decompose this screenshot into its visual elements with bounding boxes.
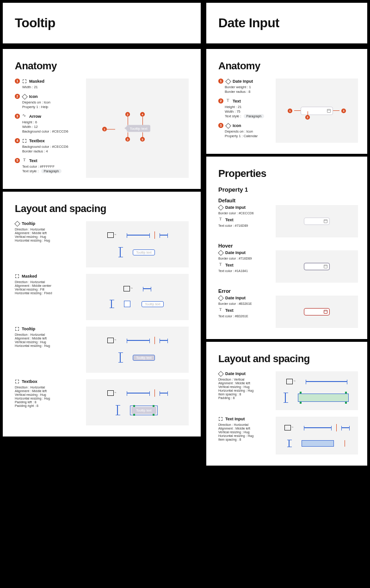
diamond-icon — [226, 123, 230, 128]
anatomy-number-badge: 2 — [15, 94, 20, 99]
diamond-icon — [218, 205, 223, 210]
anatomy-prop: Width : 75 — [225, 109, 269, 114]
textbox-ghost: Tooltip text — [131, 407, 156, 414]
diamond-icon — [218, 296, 223, 300]
pad-tick — [300, 392, 302, 394]
layout-prop: Vertical resizing : Hug — [15, 340, 80, 344]
state-spec: Date Input Border color : #716D89 Text T… — [218, 250, 269, 283]
anatomy-prop: Text color : #FFFFFF — [22, 164, 80, 169]
layout-prop: Horizontal resizing : Hug — [15, 344, 80, 347]
autolayout-icon — [123, 286, 130, 291]
anatomy-number-badge: 3 — [15, 114, 20, 119]
spec-prop: Border color : #716D89 — [218, 257, 269, 260]
autolayout-icon — [284, 425, 291, 430]
spec-prop: Border color : #CECCD6 — [218, 212, 269, 215]
spec-prop: Text color : #1A1841 — [218, 269, 269, 273]
preview-pin: 2 — [125, 112, 130, 116]
layout-prop: Item spacing : 8 — [218, 393, 269, 396]
anatomy-prop: Property 1 : Calendar — [225, 134, 269, 138]
anatomy-spec-list: 1 Masked Width : 21 2 Icon Depends on : … — [15, 79, 80, 178]
properties-panel: Properties Property 1 Default Date Input… — [206, 157, 367, 339]
anatomy-prop: Border radius : 4 — [22, 149, 80, 153]
anatomy-panel-date: Anatomy 1 Date Input Border weight : 1 B… — [206, 49, 367, 154]
spec-prop: Text color : #B3261E — [218, 315, 269, 318]
text-icon — [22, 158, 27, 163]
span-indicator — [120, 247, 121, 257]
tick-indicator — [154, 389, 155, 397]
date-input-ghost — [298, 394, 349, 402]
preview-pin: 1 — [288, 109, 292, 113]
date-input-preview — [304, 263, 330, 270]
span-indicator — [341, 427, 350, 428]
layout-preview — [276, 417, 358, 455]
span-indicator — [304, 427, 332, 428]
pad-tick — [345, 402, 347, 404]
date-input-shape — [301, 107, 333, 115]
page-title-tooltip: Tooltip — [15, 16, 189, 30]
pad-tick — [153, 414, 154, 416]
diamond-icon — [226, 79, 230, 84]
tick-indicator — [154, 337, 155, 344]
pad-tick — [345, 392, 347, 394]
anatomy-panel-tooltip: Anatomy 1 Masked Width : 21 2 — [3, 49, 201, 189]
text-style-badge: Paragraph — [41, 169, 62, 173]
state-preview — [276, 205, 358, 237]
frame-icon — [22, 79, 27, 84]
anatomy-item: 4 Textbox Background color : #CECCD6 Bor… — [15, 138, 80, 153]
anatomy-prop: Depends on : Icon — [22, 100, 80, 104]
layout-spec: Textbox Direction : Horizontal Alignment… — [15, 379, 80, 425]
anatomy-prop: Background color : #CECCD6 — [22, 145, 80, 149]
anatomy-prop: Width : 12 — [22, 125, 80, 129]
layout-panel-date: Layout and spacing Date Input Direction … — [206, 342, 367, 466]
span-indicator — [120, 352, 121, 363]
anatomy-item: 3 Icon Depends on : Icon Property 1 : Ca… — [218, 123, 269, 138]
frame-icon — [15, 327, 19, 331]
anatomy-item: 5 Text Text color : #FFFFFF Text style :… — [15, 158, 80, 173]
state-heading: Default — [218, 198, 358, 203]
tooltip-ghost: Tooltip text — [133, 355, 154, 361]
layout-prop: Vertical resizing : Fill — [15, 288, 80, 291]
pin-line — [107, 129, 115, 129]
layout-spec: Tooltip Direction : Horizontal Alignment… — [15, 327, 80, 373]
layout-item-title: Text Input — [225, 417, 245, 421]
state-heading: Hover — [218, 243, 358, 249]
tick-indicator — [154, 231, 155, 239]
pin-line — [128, 132, 128, 138]
text-icon — [218, 263, 223, 267]
anatomy-prop: Text style : Paragraph — [22, 169, 80, 173]
layout-spec: Tooltip Direction : Horizontal Alignment… — [15, 221, 80, 267]
layout-spec: Masked Direction : Horizontal Alignment … — [15, 274, 80, 320]
ghost-text: Tooltip text — [136, 409, 151, 412]
state-spec: Date Input Border color : #CECCD6 Text T… — [218, 205, 269, 237]
layout-item-title: Textbox — [22, 379, 37, 384]
tick-indicator — [345, 440, 345, 447]
calendar-icon — [327, 109, 331, 113]
layout-prop: Alignment : Middle left — [218, 427, 269, 430]
pad-tick — [300, 402, 302, 404]
badge-label: Text style : — [22, 169, 38, 173]
anatomy-prop: Width : 21 — [22, 85, 80, 89]
layout-preview: Tooltip text — [86, 274, 189, 320]
section-heading: Layout and spacing — [15, 203, 189, 215]
layout-prop: Horizontal resizing : Fixed — [15, 291, 80, 295]
layout-prop: Direction : Horizontal — [15, 333, 80, 336]
calendar-icon — [324, 265, 327, 268]
pad-tick — [133, 414, 135, 416]
section-heading: Anatomy — [15, 60, 189, 72]
text-style-badge: Paragraph — [244, 114, 265, 118]
spec-name: Text — [225, 263, 234, 267]
anatomy-prop: Border radius : 8 — [225, 90, 269, 94]
layout-spec: Text Input Direction : Horizontal Alignm… — [218, 417, 269, 455]
anatomy-item-title: Masked — [29, 79, 44, 84]
anatomy-prop: Property 1 : Help — [22, 105, 80, 109]
autolayout-icon — [107, 390, 114, 396]
title-panel-tooltip: Tooltip — [3, 3, 201, 43]
tooltip-box-shape: Tooltip text — [127, 125, 150, 132]
preview-pin: 1 — [102, 127, 107, 131]
section-heading: Anatomy — [218, 60, 358, 72]
diamond-icon — [22, 94, 27, 99]
layout-preview: Tooltip text — [86, 379, 189, 425]
layout-prop: Vertical resizing : Hug — [15, 393, 80, 396]
anatomy-number-badge: 4 — [15, 138, 20, 143]
diamond-icon — [218, 250, 223, 255]
